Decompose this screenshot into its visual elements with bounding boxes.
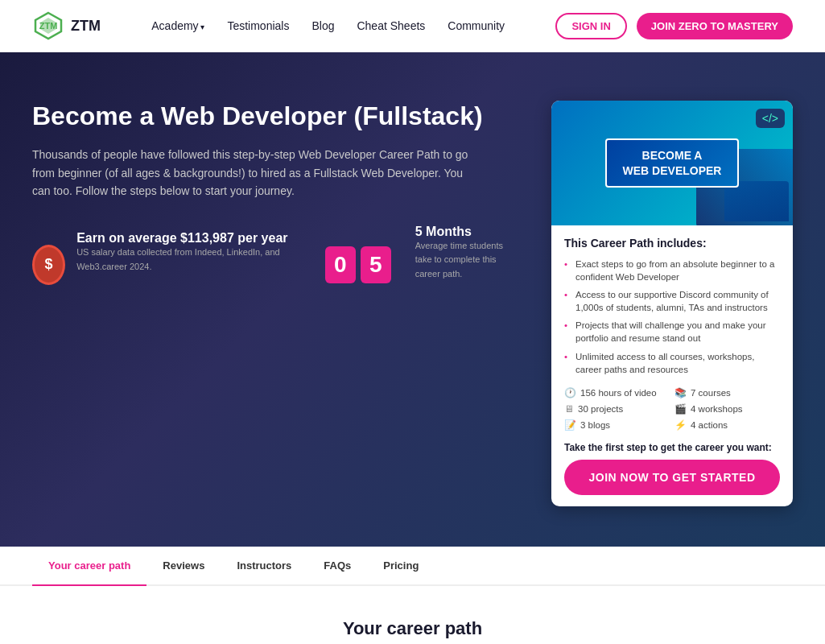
months-title: 5 Months — [415, 225, 519, 239]
navbar: ZTM ZTM Academy Testimonials Blog Cheat … — [0, 0, 825, 52]
nav-community[interactable]: Community — [448, 19, 505, 32]
tab-pricing[interactable]: Pricing — [367, 547, 435, 586]
career-card-container: </> BECOME A WEB DEVELOPER This Career P… — [551, 101, 793, 506]
nav-cheatsheets[interactable]: Cheat Sheets — [357, 19, 425, 32]
card-bullet-3: Unlimited access to all courses, worksho… — [564, 350, 780, 376]
card-bullet-1: Access to our supportive Discord communi… — [564, 288, 780, 314]
signin-button[interactable]: SIGN IN — [555, 13, 626, 39]
digit-0: 0 — [325, 246, 356, 283]
salary-stat: $ Earn on average $113,987 per year US s… — [32, 231, 301, 298]
clock-icon: 🕐 — [564, 387, 576, 398]
hero-description: Thousands of people have followed this s… — [32, 146, 483, 200]
section-title: Your career path — [32, 618, 793, 639]
hero-section: Become a Web Developer (Fullstack) Thous… — [0, 52, 825, 547]
nav-testimonials[interactable]: Testimonials — [227, 19, 289, 32]
hero-left: Become a Web Developer (Fullstack) Thous… — [32, 101, 519, 506]
card-bullet-2: Projects that will challenge you and mak… — [564, 319, 780, 345]
join-button[interactable]: JOIN ZERO TO MASTERY — [637, 13, 793, 39]
nav-blog[interactable]: Blog — [311, 19, 334, 32]
months-description: Average time students take to complete t… — [415, 239, 519, 282]
card-stat-5: ⚡ 4 actions — [674, 419, 780, 431]
salary-source: US salary data collected from Indeed, Li… — [76, 246, 301, 274]
courses-icon: 📚 — [674, 387, 687, 398]
nav-academy[interactable]: Academy — [151, 19, 204, 32]
card-stat-1: 📚 7 courses — [674, 387, 780, 398]
ztm-logo-icon: ZTM — [32, 10, 64, 42]
workshops-icon: 🎬 — [674, 403, 687, 415]
projects-icon: 🖥 — [564, 403, 574, 415]
card-stats: 🕐 156 hours of video 📚 7 courses 🖥 30 pr… — [564, 387, 780, 431]
tab-reviews[interactable]: Reviews — [146, 547, 221, 586]
months-counter: 0 5 — [325, 246, 391, 283]
salary-amount: Earn on average $113,987 per year — [76, 231, 301, 246]
card-body: This Career Path includes: Exact steps t… — [551, 225, 793, 506]
card-cta-label: Take the first step to get the career yo… — [564, 442, 780, 453]
card-badge: BECOME A WEB DEVELOPER — [605, 138, 740, 187]
card-stat-4: 📝 3 blogs — [564, 419, 670, 431]
months-stat: 5 Months Average time students take to c… — [415, 225, 519, 306]
blogs-icon: 📝 — [564, 419, 576, 431]
nav-links: Academy Testimonials Blog Cheat Sheets C… — [151, 19, 505, 32]
hero-title: Become a Web Developer (Fullstack) — [32, 101, 519, 131]
card-bullets: Exact steps to go from an absolute begin… — [564, 258, 780, 376]
card-bullet-0: Exact steps to go from an absolute begin… — [564, 258, 780, 283]
career-card: </> BECOME A WEB DEVELOPER This Career P… — [551, 101, 793, 506]
tab-career-path[interactable]: Your career path — [32, 547, 146, 586]
card-stat-3: 🎬 4 workshops — [674, 403, 780, 415]
card-includes-title: This Career Path includes: — [564, 237, 780, 250]
join-now-button[interactable]: JOIN NOW TO GET STARTED — [564, 460, 780, 495]
tab-faqs[interactable]: FAQs — [307, 547, 367, 586]
card-stat-0: 🕐 156 hours of video — [564, 387, 670, 398]
actions-icon: ⚡ — [674, 419, 687, 431]
svg-text:ZTM: ZTM — [39, 21, 58, 31]
card-stat-2: 🖥 30 projects — [564, 403, 670, 415]
nav-buttons: SIGN IN JOIN ZERO TO MASTERY — [555, 13, 793, 39]
tabs-bar: Your career path Reviews Instructors FAQ… — [0, 547, 825, 586]
tab-instructors[interactable]: Instructors — [221, 547, 307, 586]
salary-icon: $ — [32, 245, 65, 285]
digit-5: 5 — [361, 246, 391, 283]
card-image: </> BECOME A WEB DEVELOPER — [551, 101, 793, 225]
hero-stats: $ Earn on average $113,987 per year US s… — [32, 225, 519, 306]
logo[interactable]: ZTM ZTM — [32, 10, 101, 42]
main-content: Your career path WHAT YOU'LL LEARN ✓ Ski… — [0, 586, 825, 644]
salary-text: Earn on average $113,987 per year US sal… — [76, 231, 301, 298]
logo-text: ZTM — [71, 18, 101, 35]
